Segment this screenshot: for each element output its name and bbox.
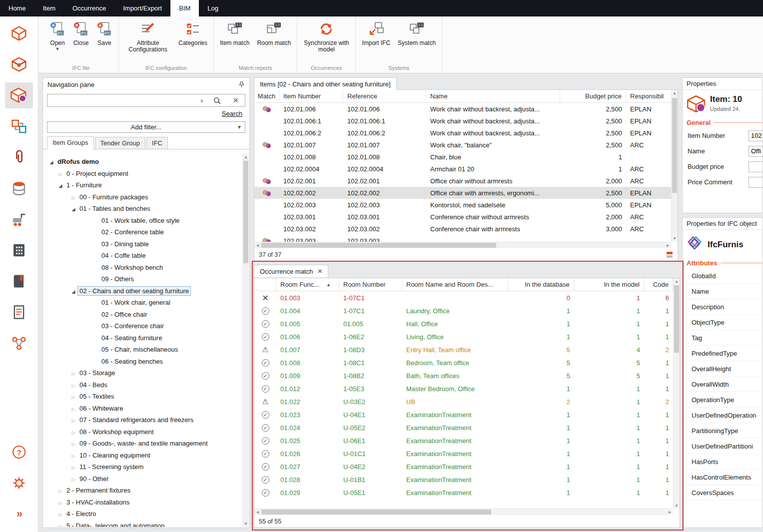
settings-gear-icon[interactable]	[5, 470, 33, 496]
tree-node[interactable]: 04 - Coffe table	[43, 250, 242, 262]
occurrence-row[interactable]: 01.026 U-01C1 ExaminationTreatment 1 1 1	[254, 447, 673, 460]
tree-node[interactable]: 5 - Data-, telecom and automation	[43, 520, 242, 528]
rail-logistics-icon[interactable]	[5, 206, 33, 232]
rail-bim-icon[interactable]	[5, 82, 33, 108]
ifc-attribute-row[interactable]: HasPorts	[683, 454, 763, 470]
tree-expander-icon[interactable]	[56, 510, 64, 518]
clear-search-icon[interactable]: ✕	[226, 94, 245, 106]
tree-expander-icon[interactable]	[56, 170, 64, 177]
price-comment-field[interactable]	[749, 177, 763, 188]
column-responsible[interactable]: Responsibil	[626, 90, 672, 102]
tree-node[interactable]: 02 - Chairs and other seating furniture	[43, 285, 242, 297]
tree-node[interactable]: 09 - Others	[43, 273, 242, 285]
item-match-button[interactable]: 1:1 Item match	[217, 18, 252, 63]
ifc-attribute-row[interactable]: PartitioningType	[683, 423, 763, 439]
menu-item[interactable]: Item	[34, 0, 64, 16]
tree-expander-icon[interactable]	[69, 440, 77, 447]
tree-expander-icon[interactable]	[69, 381, 77, 389]
occurrence-row[interactable]: 01.012 1-05E3 Master Bedroom, Office 1 1…	[254, 382, 673, 395]
occurrence-row[interactable]: 01.028 U-01B1 ExaminationTreatment 1 1 1	[254, 473, 673, 486]
column-status[interactable]	[254, 278, 276, 291]
item-row[interactable]: 102.03.001 102.03.001 Conference chair w…	[254, 211, 671, 223]
name-field[interactable]	[749, 146, 763, 157]
tree-node[interactable]: 01 - Work table, office style	[43, 215, 242, 227]
tree-expander-icon[interactable]	[69, 452, 77, 459]
occurrence-match-tab[interactable]: Occurrence match ✕	[254, 265, 328, 277]
system-match-button[interactable]: 1:1 System match	[395, 18, 439, 63]
column-room-name[interactable]: Room Name and Room Des...	[402, 278, 508, 291]
ifc-attribute-row[interactable]: ObjectType	[683, 315, 763, 330]
column-item-number[interactable]: Item Number	[279, 90, 343, 102]
close-tab-icon[interactable]: ✕	[317, 268, 322, 275]
tree-node[interactable]: 02 - Conference table	[43, 226, 242, 238]
item-number-field[interactable]	[749, 130, 763, 141]
tree-scrollbar[interactable]: ▲ ▼	[242, 154, 249, 527]
occurrence-vertical-scrollbar[interactable]: ▲ ▼	[673, 278, 680, 509]
occurrence-row[interactable]: 01.009 1-08B2 Bath, Team offices 5 5 1	[254, 369, 673, 382]
tree-node[interactable]: 03 - Conference chair	[43, 320, 242, 332]
ifc-attribute-row[interactable]: UserDefinedOperation	[683, 408, 763, 423]
occurrence-row[interactable]: 01.024 U-05E2 ExaminationTreatment 1 1 1	[254, 421, 673, 434]
tree-node[interactable]: 90 - Other	[43, 473, 242, 485]
tree-expander-icon[interactable]	[69, 205, 77, 212]
column-in-model[interactable]: In the model	[574, 278, 644, 291]
rail-catalog-icon[interactable]	[5, 268, 33, 294]
tree-expander-icon[interactable]	[56, 181, 64, 189]
tree-expander-icon[interactable]	[56, 522, 64, 527]
ifc-attribute-row[interactable]: GlobalId	[683, 268, 763, 284]
menu-bim[interactable]: BIM	[170, 0, 199, 16]
add-filter-dropdown[interactable]: Add filter... ▼	[47, 121, 245, 133]
attribute-configurations-button[interactable]: Attribute Configurations	[122, 18, 174, 63]
tree-node[interactable]: 3 - HVAC-installations	[43, 497, 242, 509]
occurrence-row[interactable]: 01.003 1-07C1 0 1 6	[254, 291, 673, 304]
occurrence-row[interactable]: 01.004 1-07C1 Laundry, Office 1 1 1	[254, 304, 673, 317]
chevron-down-icon[interactable]: ∨	[196, 98, 208, 103]
ifc-attribute-row[interactable]: Description	[683, 299, 763, 315]
tree-node[interactable]: 02 - Office chair	[43, 309, 242, 321]
occurrence-row[interactable]: 01.007 1-08D3 Entry Hall, Team office 5 …	[254, 343, 673, 356]
rail-attachments-icon[interactable]	[5, 144, 33, 170]
tab-ifc[interactable]: IFC	[146, 137, 168, 149]
categories-button[interactable]: Categories	[175, 18, 210, 63]
items-tab[interactable]: Items [02 - Chairs and other seating fur…	[254, 77, 397, 90]
item-row[interactable]: 102.03.003 102.03.003	[254, 235, 671, 242]
rail-items-icon[interactable]	[5, 20, 33, 46]
tree-node[interactable]: 05 - Textiles	[43, 391, 242, 403]
column-room-function[interactable]: Room Func...▲	[276, 278, 339, 291]
tree-node[interactable]: 10 - Cleaning equipment	[43, 450, 242, 462]
tree-node[interactable]: 04 - Seating furniture	[43, 332, 242, 344]
search-link[interactable]: Search	[222, 110, 242, 117]
ifc-attribute-row[interactable]: UserDefinedPartitioni	[683, 439, 763, 454]
synchronize-button[interactable]: Synchronize with model	[300, 18, 352, 63]
item-row[interactable]: 102.01.008 102.01.008 Chair, blue 1	[254, 151, 671, 163]
tree-node[interactable]: 00 - Furniture packages	[43, 191, 242, 203]
rail-buildings-icon[interactable]	[5, 237, 33, 263]
occurrence-row[interactable]: 01.027 U-04E2 ExaminationTreatment 1 1 1	[254, 460, 673, 473]
tree-node[interactable]: 1 - Furniture	[43, 179, 242, 191]
tree-expander-icon[interactable]	[56, 487, 64, 494]
tree-node[interactable]: 01 - Tables and benches	[43, 203, 242, 215]
ifc-attribute-row[interactable]: OverallWidth	[683, 377, 763, 392]
item-row[interactable]: 102.02.003 102.02.003 Kontorstol, med sa…	[254, 199, 671, 211]
tree-node[interactable]: 07 - Standard refrigerators and freezers	[43, 414, 242, 426]
item-row[interactable]: 102.01.006:2 102.01.006:2 Work chair wit…	[254, 127, 671, 139]
tree-expander-icon[interactable]	[69, 369, 77, 377]
tree-node[interactable]: 08 - Workshop bench	[43, 262, 242, 274]
tree-expander-icon[interactable]	[69, 428, 77, 436]
occurrence-row[interactable]: 01.025 U-06E1 ExaminationTreatment 1 1 1	[254, 434, 673, 447]
rail-documents-icon[interactable]	[5, 299, 33, 325]
tree-node[interactable]: dRofus demo	[43, 156, 242, 168]
search-input[interactable]	[47, 94, 196, 106]
occurrence-row[interactable]: 01.008 1-08C1 Bedroom, Team office 5 5 1	[254, 356, 673, 369]
ifc-attribute-row[interactable]: CoversSpaces	[683, 485, 763, 501]
help-icon[interactable]: ?	[5, 439, 33, 465]
tree-expander-icon[interactable]	[69, 287, 77, 295]
menu-log[interactable]: Log	[199, 0, 227, 16]
ifc-attribute-row[interactable]: HasControlElements	[683, 470, 763, 485]
menu-occurrence[interactable]: Occurrence	[64, 0, 114, 16]
pin-icon[interactable]	[238, 81, 245, 88]
ifc-attribute-row[interactable]: PredefinedType	[683, 346, 763, 361]
budget-price-field[interactable]	[749, 161, 763, 172]
tree-expander-icon[interactable]	[69, 475, 77, 483]
item-row[interactable]: 102.01.006:1 102.01.006:1 Work chair wit…	[254, 115, 671, 127]
